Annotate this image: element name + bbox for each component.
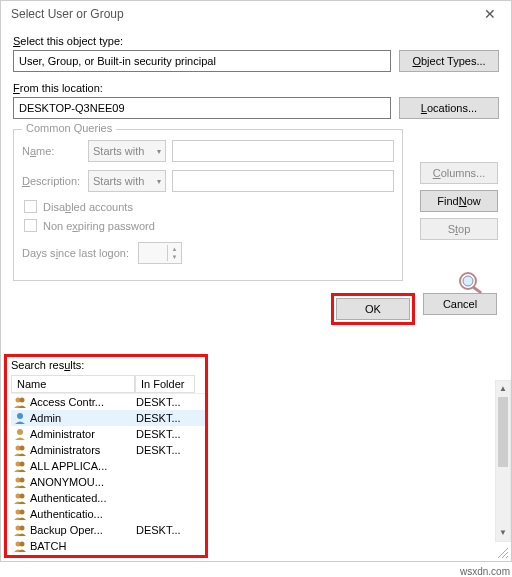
group-icon bbox=[13, 491, 27, 505]
chevron-down-icon: ▾ bbox=[157, 147, 161, 156]
resize-grip-icon[interactable] bbox=[495, 545, 509, 559]
cell-name: Backup Oper... bbox=[30, 524, 136, 536]
table-row[interactable]: AdministratorsDESKT... bbox=[11, 442, 205, 458]
svg-point-20 bbox=[20, 542, 25, 547]
table-row[interactable]: ANONYMOU... bbox=[11, 474, 205, 490]
svg-rect-2 bbox=[472, 286, 482, 294]
cell-name: ALL APPLICA... bbox=[30, 460, 136, 472]
watermark: wsxdn.com bbox=[460, 566, 510, 577]
cell-folder: DESKT... bbox=[136, 524, 192, 536]
column-folder[interactable]: In Folder bbox=[135, 375, 195, 393]
common-queries-group: Common Queries Name: Starts with▾ Descri… bbox=[13, 129, 403, 281]
days-since-spinner: ▲▼ bbox=[138, 242, 182, 264]
cell-name: Administrators bbox=[30, 444, 136, 456]
group-icon bbox=[13, 395, 27, 409]
user-icon bbox=[13, 411, 27, 425]
columns-button[interactable]: Columns... bbox=[420, 162, 498, 184]
table-row[interactable]: AdminDESKT... bbox=[11, 410, 205, 426]
location-label: From this location: bbox=[13, 82, 499, 94]
non-expiring-checkbox bbox=[24, 219, 37, 232]
spinner-down-icon: ▼ bbox=[167, 253, 181, 261]
close-icon[interactable]: ✕ bbox=[475, 6, 505, 22]
group-icon bbox=[13, 539, 27, 553]
description-label: Description: bbox=[22, 175, 82, 187]
non-expiring-label: Non expiring password bbox=[43, 220, 155, 232]
ok-button[interactable]: OK bbox=[336, 298, 410, 320]
cell-folder: DESKT... bbox=[136, 428, 192, 440]
search-results-highlight: Search results: Name In Folder Access Co… bbox=[4, 354, 208, 558]
group-icon bbox=[13, 443, 27, 457]
stop-button[interactable]: Stop bbox=[420, 218, 498, 240]
vertical-scrollbar[interactable]: ▲ ▼ bbox=[495, 380, 511, 542]
description-combo: Starts with▾ bbox=[88, 170, 166, 192]
name-label: Name: bbox=[22, 145, 82, 157]
table-row[interactable]: Authenticated... bbox=[11, 490, 205, 506]
object-type-label: Select this object type: bbox=[13, 35, 499, 47]
cell-name: ANONYMOU... bbox=[30, 476, 136, 488]
svg-point-10 bbox=[20, 462, 25, 467]
svg-point-1 bbox=[463, 276, 473, 286]
table-row[interactable]: Authenticatio... bbox=[11, 506, 205, 522]
group-icon bbox=[13, 459, 27, 473]
titlebar: Select User or Group ✕ bbox=[1, 1, 511, 27]
svg-point-5 bbox=[17, 413, 23, 419]
svg-point-12 bbox=[20, 478, 25, 483]
svg-point-14 bbox=[20, 494, 25, 499]
cell-name: Access Contr... bbox=[30, 396, 136, 408]
svg-point-6 bbox=[17, 429, 23, 435]
cell-folder: DESKT... bbox=[136, 412, 192, 424]
location-field[interactable] bbox=[13, 97, 391, 119]
common-queries-legend: Common Queries bbox=[22, 122, 116, 134]
cancel-button[interactable]: Cancel bbox=[423, 293, 497, 315]
search-icon bbox=[454, 268, 490, 296]
table-row[interactable]: ALL APPLICA... bbox=[11, 458, 205, 474]
search-results-label: Search results: bbox=[11, 359, 205, 371]
svg-point-18 bbox=[20, 526, 25, 531]
svg-point-4 bbox=[20, 398, 25, 403]
group-icon bbox=[13, 507, 27, 521]
ok-highlight: OK bbox=[331, 293, 415, 325]
user-icon bbox=[13, 427, 27, 441]
scrollbar-down-icon[interactable]: ▼ bbox=[496, 525, 510, 541]
column-name[interactable]: Name bbox=[11, 375, 135, 393]
spinner-up-icon: ▲ bbox=[167, 245, 181, 253]
list-header: Name In Folder bbox=[11, 375, 205, 394]
group-icon bbox=[13, 523, 27, 537]
disabled-accounts-label: Disabled accounts bbox=[43, 201, 133, 213]
svg-point-16 bbox=[20, 510, 25, 515]
find-now-button[interactable]: Find Now bbox=[420, 190, 498, 212]
cell-folder: DESKT... bbox=[136, 396, 192, 408]
dialog-window: Select User or Group ✕ Select this objec… bbox=[0, 0, 512, 562]
svg-point-8 bbox=[20, 446, 25, 451]
description-input bbox=[172, 170, 394, 192]
window-title: Select User or Group bbox=[11, 7, 124, 21]
object-types-button[interactable]: Object Types... bbox=[399, 50, 499, 72]
cell-name: Administrator bbox=[30, 428, 136, 440]
table-row[interactable]: AdministratorDESKT... bbox=[11, 426, 205, 442]
scrollbar-up-icon[interactable]: ▲ bbox=[496, 381, 510, 397]
chevron-down-icon: ▾ bbox=[157, 177, 161, 186]
svg-line-23 bbox=[506, 556, 508, 558]
cell-name: Admin bbox=[30, 412, 136, 424]
cell-name: Authenticated... bbox=[30, 492, 136, 504]
scrollbar-thumb[interactable] bbox=[498, 397, 508, 467]
group-icon bbox=[13, 475, 27, 489]
cell-name: BATCH bbox=[30, 540, 136, 552]
name-input bbox=[172, 140, 394, 162]
locations-button[interactable]: Locations... bbox=[399, 97, 499, 119]
table-row[interactable]: Access Contr...DESKT... bbox=[11, 394, 205, 410]
table-row[interactable]: Backup Oper...DESKT... bbox=[11, 522, 205, 538]
cell-folder: DESKT... bbox=[136, 444, 192, 456]
days-since-label: Days since last logon: bbox=[22, 247, 132, 259]
object-type-field[interactable] bbox=[13, 50, 391, 72]
disabled-accounts-checkbox bbox=[24, 200, 37, 213]
results-list[interactable]: Name In Folder Access Contr...DESKT...Ad… bbox=[11, 375, 205, 554]
content-area: Select this object type: Object Types...… bbox=[1, 27, 511, 281]
cell-name: Authenticatio... bbox=[30, 508, 136, 520]
table-row[interactable]: BATCH bbox=[11, 538, 205, 554]
name-combo: Starts with▾ bbox=[88, 140, 166, 162]
